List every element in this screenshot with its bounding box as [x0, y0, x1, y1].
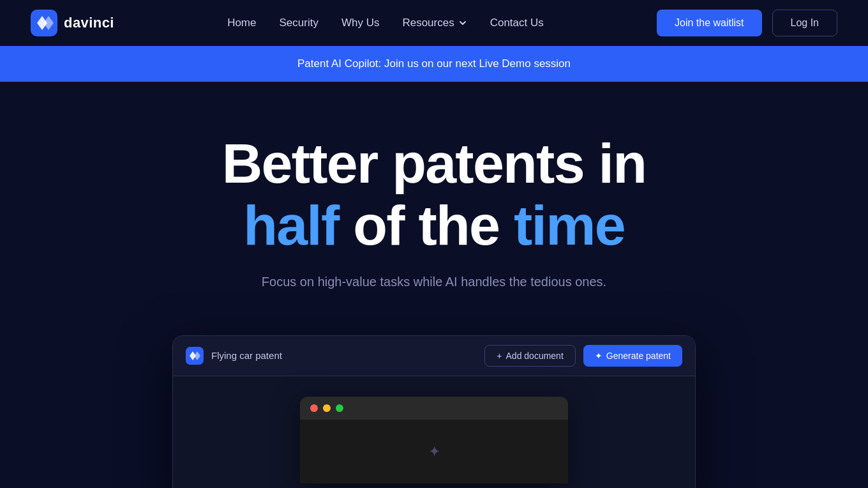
window-dot-red [310, 404, 318, 412]
card-toolbar: Flying car patent + Add document ✦ Gener… [173, 336, 695, 376]
chevron-down-icon [458, 19, 467, 27]
nav-link-resources[interactable]: Resources [402, 17, 467, 29]
generate-icon: ✦ [595, 351, 602, 361]
card-logo-icon [186, 347, 204, 365]
nav-link-why-us[interactable]: Why Us [341, 17, 380, 29]
card-toolbar-right: + Add document ✦ Generate patent [484, 345, 682, 367]
inner-placeholder: ✦ [429, 444, 440, 459]
nav-link-security[interactable]: Security [279, 17, 318, 29]
nav-item-why-us: Why Us [341, 17, 380, 29]
nav-item-security: Security [279, 17, 318, 29]
announcement-text: Patent AI Copilot: Join us on our next L… [297, 57, 571, 70]
card-toolbar-left: Flying car patent [186, 347, 282, 365]
hero-subtitle: Focus on high-value tasks while AI handl… [262, 275, 606, 289]
hero-of-the: of the [339, 194, 514, 257]
announcement-banner[interactable]: Patent AI Copilot: Join us on our next L… [0, 46, 868, 82]
inner-window: ✦ [300, 397, 568, 484]
log-in-button[interactable]: Log In [772, 10, 837, 36]
join-waitlist-button[interactable]: Join the waitlist [657, 10, 762, 36]
hero-section: Better patents in half of the time Focus… [0, 82, 868, 488]
logo-icon [31, 10, 57, 36]
card-body: ✦ [173, 376, 695, 488]
generate-patent-button[interactable]: ✦ Generate patent [583, 345, 682, 367]
window-dot-yellow [323, 404, 331, 412]
logo-link[interactable]: davinci [31, 10, 114, 36]
hero-title: Better patents in half of the time [222, 133, 646, 257]
card-project-title: Flying car patent [211, 350, 282, 361]
nav-links: Home Security Why Us Resources Contact U… [227, 17, 544, 29]
hero-line-1: Better patents in [222, 133, 646, 195]
navbar: davinci Home Security Why Us Resources C… [0, 0, 868, 46]
navbar-actions: Join the waitlist Log In [657, 10, 837, 36]
inner-window-titlebar [300, 397, 568, 420]
nav-item-home: Home [227, 17, 256, 29]
nav-link-home[interactable]: Home [227, 17, 256, 29]
nav-item-resources: Resources [402, 17, 467, 29]
hero-half-word: half [243, 194, 338, 257]
nav-link-contact[interactable]: Contact Us [490, 17, 544, 29]
hero-line-2: half of the time [222, 195, 646, 257]
nav-item-contact: Contact Us [490, 17, 544, 29]
product-card: Flying car patent + Add document ✦ Gener… [172, 335, 696, 488]
hero-time-word: time [514, 194, 625, 257]
announcement-link[interactable]: Patent AI Copilot: Join us on our next L… [297, 57, 571, 70]
add-document-button[interactable]: + Add document [484, 345, 575, 367]
window-dot-green [336, 404, 343, 412]
inner-window-content: ✦ [300, 420, 568, 484]
plus-icon: + [497, 351, 502, 361]
generate-patent-label: Generate patent [606, 351, 671, 361]
add-document-label: Add document [506, 351, 564, 361]
logo-text: davinci [64, 15, 114, 31]
